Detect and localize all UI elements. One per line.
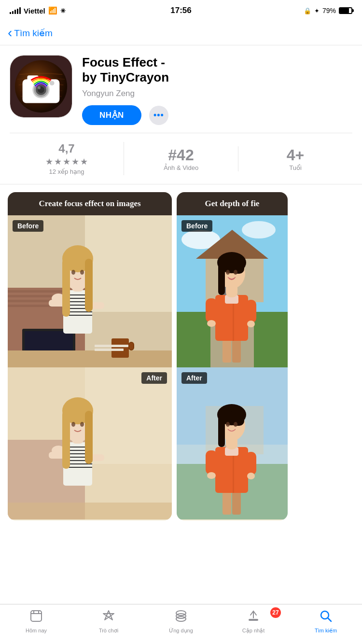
rank-category: Ảnh & Video bbox=[124, 164, 238, 171]
chevron-left-icon: ‹ bbox=[8, 26, 12, 40]
screenshot-1-title: Create focus effect on images bbox=[8, 192, 172, 215]
svg-rect-87 bbox=[231, 257, 244, 274]
battery-icon bbox=[339, 7, 352, 14]
svg-point-88 bbox=[226, 270, 230, 275]
svg-rect-45 bbox=[8, 503, 172, 519]
screenshot-2-after: After bbox=[177, 367, 288, 519]
svg-rect-61 bbox=[85, 411, 93, 464]
ratings-row: 4,7 ★ ★ ★ ★ ★ 12 xếp hạng #42 Ảnh & Vide… bbox=[0, 133, 362, 184]
svg-rect-19 bbox=[8, 350, 172, 367]
svg-point-110 bbox=[234, 422, 237, 427]
status-right: 🔒 ✦ 79% bbox=[304, 7, 352, 14]
svg-rect-101 bbox=[246, 452, 256, 475]
svg-point-41 bbox=[80, 270, 84, 275]
tab-apps[interactable]: Ứng dụng bbox=[145, 609, 217, 634]
before-label-1: Before bbox=[13, 220, 43, 232]
star-5: ★ bbox=[80, 156, 88, 167]
svg-point-103 bbox=[247, 473, 255, 479]
tab-today-label: Hôm nay bbox=[26, 628, 47, 633]
tab-games-label: Trò chơi bbox=[99, 628, 118, 634]
rank-value: #42 bbox=[124, 146, 238, 164]
svg-rect-108 bbox=[231, 409, 244, 426]
more-button[interactable]: ••• bbox=[149, 106, 168, 125]
svg-point-8 bbox=[38, 86, 41, 89]
star-4: ★ bbox=[71, 156, 79, 167]
svg-rect-23 bbox=[95, 349, 124, 351]
app-title: Focus Effect - by TinyCrayon bbox=[82, 55, 352, 85]
app-header: Focus Effect - by TinyCrayon Yongyun Zen… bbox=[0, 45, 362, 133]
svg-rect-75 bbox=[232, 338, 241, 363]
app-developer: Yongyun Zeng bbox=[82, 89, 352, 98]
svg-point-62 bbox=[71, 422, 75, 427]
back-label[interactable]: Tìm kiếm bbox=[14, 28, 53, 39]
bluetooth-icon: ✦ bbox=[314, 7, 320, 14]
svg-point-109 bbox=[226, 422, 230, 427]
after-image-1 bbox=[8, 367, 172, 519]
screenshot-1[interactable]: Create focus effect on images Before bbox=[8, 192, 172, 520]
screenshot-2-title: Get depth of fie bbox=[177, 192, 288, 215]
svg-rect-60 bbox=[62, 411, 70, 469]
signal-bars bbox=[10, 7, 21, 14]
svg-point-67 bbox=[242, 221, 276, 238]
tab-games[interactable]: Trò chơi bbox=[72, 609, 145, 634]
before-image-2 bbox=[177, 215, 288, 367]
tab-bar: Hôm nay Trò chơi Ứng dụng 27 bbox=[0, 604, 362, 644]
carrier-name: Viettel bbox=[24, 7, 45, 15]
review-count: 12 xếp hạng bbox=[10, 168, 124, 175]
get-button[interactable]: NHẬN bbox=[82, 105, 141, 125]
svg-point-9 bbox=[50, 81, 55, 85]
apps-icon bbox=[174, 609, 188, 626]
svg-rect-79 bbox=[206, 298, 217, 322]
screenshot-1-before: Before bbox=[8, 215, 172, 367]
star-1: ★ bbox=[45, 156, 53, 167]
screenshot-2[interactable]: Get depth of fie Before bbox=[177, 192, 288, 520]
lock-icon: 🔒 bbox=[304, 7, 311, 14]
updates-icon bbox=[247, 609, 260, 626]
svg-rect-107 bbox=[218, 413, 225, 447]
screenshot-1-after: After bbox=[8, 367, 172, 519]
svg-rect-111 bbox=[31, 611, 42, 621]
svg-line-120 bbox=[328, 618, 331, 621]
svg-point-82 bbox=[247, 321, 255, 327]
before-image-1 bbox=[8, 215, 172, 367]
back-button[interactable]: ‹ Tìm kiếm bbox=[8, 27, 53, 40]
after-label-2: After bbox=[181, 372, 207, 384]
before-label-2: Before bbox=[181, 220, 212, 232]
tab-today[interactable]: Hôm nay bbox=[0, 609, 72, 633]
tab-apps-label: Ứng dụng bbox=[169, 628, 193, 634]
battery-percent: 79% bbox=[322, 7, 336, 14]
svg-point-102 bbox=[207, 472, 216, 479]
svg-rect-20 bbox=[111, 338, 129, 358]
app-icon-image bbox=[10, 56, 72, 117]
svg-rect-38 bbox=[62, 259, 70, 317]
svg-rect-86 bbox=[218, 261, 225, 295]
star-2: ★ bbox=[54, 156, 62, 167]
app-actions: NHẬN ••• bbox=[82, 105, 352, 125]
screenshot-2-before: Before bbox=[177, 215, 288, 367]
status-left: Viettel 📶 ✳ bbox=[10, 6, 66, 15]
tab-search[interactable]: Tìm kiếm bbox=[290, 609, 362, 634]
tab-search-label: Tìm kiếm bbox=[315, 628, 337, 634]
svg-rect-95 bbox=[223, 490, 231, 515]
wifi-icon: 📶 bbox=[48, 6, 57, 15]
tab-updates[interactable]: 27 Cập nhật bbox=[217, 609, 290, 634]
updates-badge: 27 bbox=[270, 607, 281, 618]
svg-rect-22 bbox=[95, 345, 128, 347]
screenshots-row: Create focus effect on images Before bbox=[0, 192, 362, 520]
svg-rect-21 bbox=[129, 342, 134, 350]
svg-rect-96 bbox=[232, 490, 241, 515]
rating-score-block: 4,7 ★ ★ ★ ★ ★ 12 xếp hạng bbox=[10, 142, 124, 175]
app-icon bbox=[10, 55, 72, 118]
svg-rect-112 bbox=[31, 613, 42, 614]
status-bar: Viettel 📶 ✳ 17:56 🔒 ✦ 79% bbox=[0, 0, 362, 21]
rating-age-block: 4+ Tuổi bbox=[238, 146, 352, 171]
screenshots-section: Create focus effect on images Before bbox=[0, 184, 362, 528]
tab-updates-label: Cập nhật bbox=[242, 628, 265, 634]
screenshot-2-content: Before bbox=[177, 215, 288, 519]
svg-point-40 bbox=[71, 270, 75, 275]
svg-point-63 bbox=[80, 422, 84, 427]
age-label: Tuổi bbox=[238, 164, 352, 171]
svg-rect-74 bbox=[223, 338, 231, 363]
svg-point-81 bbox=[207, 320, 216, 327]
app-icon-svg bbox=[10, 55, 72, 118]
